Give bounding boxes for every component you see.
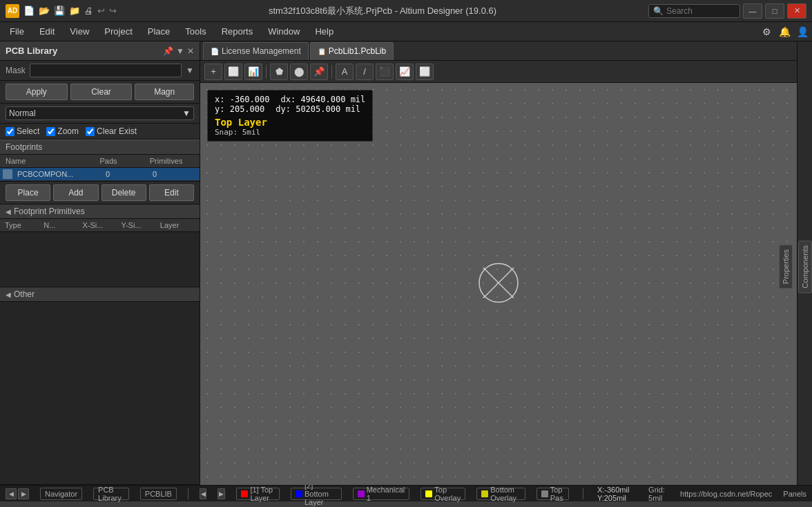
menu-project[interactable]: Project: [97, 25, 139, 38]
layer-label-bottom-overlay: Bottom Overlay: [490, 486, 521, 502]
zoom-label: Zoom: [57, 126, 79, 136]
toolbar-line-btn[interactable]: /: [356, 64, 374, 80]
status-coords: X:-360mil Y:205mil: [597, 486, 637, 502]
nav-prev-btn[interactable]: ◀: [6, 488, 17, 499]
apply-clear-row: Apply Clear Magn: [0, 81, 200, 104]
normal-dropdown-label: Normal: [9, 108, 36, 118]
layer-tab-top-pas[interactable]: Top Pas: [536, 488, 570, 500]
redo-icon[interactable]: ↪: [109, 6, 117, 16]
mask-dropdown-icon[interactable]: ▼: [186, 66, 194, 75]
search-box[interactable]: 🔍: [648, 4, 740, 18]
coord-dy-value: 50205.000 mil: [296, 104, 360, 114]
panel-close-icon[interactable]: ✕: [187, 46, 194, 56]
maximize-button[interactable]: □: [765, 3, 784, 19]
mask-label: Mask: [6, 66, 26, 75]
clear-button[interactable]: Clear: [70, 84, 133, 100]
zoom-checkbox[interactable]: [46, 127, 55, 136]
left-panel: PCB Library 📌 ▼ ✕ Mask ▼ Apply Clear Mag…: [0, 41, 200, 485]
tab-pcblib[interactable]: 📋 PcbLib1.PcbLib: [310, 42, 394, 60]
snap-label: Snap: 5mil: [215, 128, 365, 137]
toolbar-chart-btn[interactable]: 📊: [244, 64, 262, 80]
mask-input[interactable]: [30, 64, 182, 77]
footprint-primitives-header[interactable]: ◀ Footprint Primitives: [0, 204, 200, 219]
notifications-icon[interactable]: 🔔: [777, 25, 791, 39]
magn-button[interactable]: Magn: [135, 84, 194, 100]
layer-label-top-overlay: Top Overlay: [434, 486, 461, 502]
table-row[interactable]: PCBCOMPON... 0 0: [0, 168, 200, 181]
nav-next-btn[interactable]: ▶: [18, 488, 29, 499]
layer-tab-mechanical[interactable]: Mechanical 1: [353, 488, 410, 500]
clear-exist-checkbox-item[interactable]: Clear Exist: [86, 126, 137, 136]
title-bar-left: AD 📄 📂 💾 📁 🖨 ↩ ↪: [6, 4, 117, 18]
tab-pcblib-icon: 📋: [318, 48, 326, 55]
nav-tab-pcblib[interactable]: PCBLIB: [140, 488, 177, 500]
normal-dropdown[interactable]: Normal ▼: [6, 106, 194, 120]
coord-y-label: y: 205.000: [215, 104, 264, 114]
panel-menu-icon[interactable]: ▼: [176, 46, 184, 56]
toolbar-graph-btn[interactable]: 📈: [396, 64, 414, 80]
layer-tab-top-overlay[interactable]: Top Overlay: [420, 488, 465, 500]
toolbar-text-btn[interactable]: A: [336, 64, 354, 80]
new-file-icon[interactable]: 📄: [23, 6, 35, 16]
layer-tab-bottom-overlay[interactable]: Bottom Overlay: [476, 488, 525, 500]
canvas-area[interactable]: x: -360.000 dx: 49640.000 mil y: 205.000…: [200, 83, 797, 485]
toolbar-rect-btn[interactable]: ⬛: [376, 64, 394, 80]
menu-edit[interactable]: Edit: [32, 25, 61, 38]
tab-license-management[interactable]: 📄 License Management: [203, 42, 309, 60]
close-button[interactable]: ✕: [787, 3, 806, 19]
status-url: https://blog.csdn.net/Ropec: [680, 490, 772, 498]
col-name: Name: [3, 156, 97, 166]
menu-window[interactable]: Window: [261, 25, 307, 38]
menu-reports[interactable]: Reports: [215, 25, 260, 38]
menu-place[interactable]: Place: [141, 25, 177, 38]
edit-button[interactable]: Edit: [149, 184, 194, 201]
menu-view[interactable]: View: [63, 25, 96, 38]
layer-next-btn[interactable]: ▶: [218, 488, 225, 499]
layer-tab-top[interactable]: [1] Top Layer: [236, 488, 280, 500]
other-section-header[interactable]: ◀ Other: [0, 287, 200, 302]
search-input[interactable]: [666, 6, 735, 16]
menu-help[interactable]: Help: [308, 25, 340, 38]
settings-icon[interactable]: ⚙: [760, 25, 773, 39]
delete-button[interactable]: Delete: [102, 184, 146, 201]
clear-exist-checkbox[interactable]: [86, 127, 95, 136]
toolbar-square-btn[interactable]: ⬜: [416, 64, 434, 80]
select-checkbox-item[interactable]: Select: [6, 126, 39, 136]
toolbar-circle-btn[interactable]: ⬤: [290, 64, 308, 80]
rp-tab-components[interactable]: Components: [798, 240, 812, 293]
print-icon[interactable]: 🖨: [84, 6, 93, 16]
coord-dy-label: dy: 50205.000 mil: [276, 104, 360, 114]
toolbar-pin-btn[interactable]: 📌: [310, 64, 328, 80]
coord-x-value: -360.000: [230, 95, 270, 104]
menu-tools[interactable]: Tools: [178, 25, 213, 38]
open-file-icon[interactable]: 📂: [39, 6, 50, 16]
nav-tab-pcb-library[interactable]: PCB Library: [93, 488, 129, 500]
pth-type: Type: [3, 220, 41, 230]
place-button[interactable]: Place: [6, 184, 50, 201]
zoom-checkbox-item[interactable]: Zoom: [46, 126, 79, 136]
status-bar: ◀ ▶ Navigator PCB Library PCBLIB ◀ ▶ [1]…: [0, 485, 812, 501]
minimize-button[interactable]: —: [743, 3, 762, 19]
layer-tab-bottom[interactable]: [2] Bottom Layer: [291, 488, 342, 500]
toolbar-polygon-btn[interactable]: ⬟: [270, 64, 288, 80]
select-checkbox[interactable]: [6, 127, 14, 136]
other-content: [0, 302, 200, 485]
apply-button[interactable]: Apply: [6, 84, 68, 100]
rp-tab-properties[interactable]: Properties: [779, 245, 793, 289]
undo-icon[interactable]: ↩: [97, 6, 105, 16]
toolbar-add-btn[interactable]: +: [204, 64, 222, 80]
panels-button[interactable]: Panels: [783, 490, 806, 498]
col-pads: Pads: [97, 156, 147, 166]
save-file-icon[interactable]: 💾: [54, 6, 65, 16]
toolbar-sep2: [331, 65, 332, 79]
panel-pin-icon[interactable]: 📌: [163, 46, 173, 56]
add-button[interactable]: Add: [53, 184, 98, 201]
layer-color-top: [241, 490, 248, 497]
toolbar-select-btn[interactable]: ⬜: [224, 64, 242, 80]
layer-label-top: [1] Top Layer: [250, 486, 275, 502]
nav-tab-navigator[interactable]: Navigator: [40, 488, 82, 500]
folder-icon[interactable]: 📁: [69, 6, 80, 16]
user-icon[interactable]: 👤: [795, 25, 809, 39]
menu-file[interactable]: File: [3, 25, 31, 38]
layer-prev-btn[interactable]: ◀: [200, 488, 207, 499]
